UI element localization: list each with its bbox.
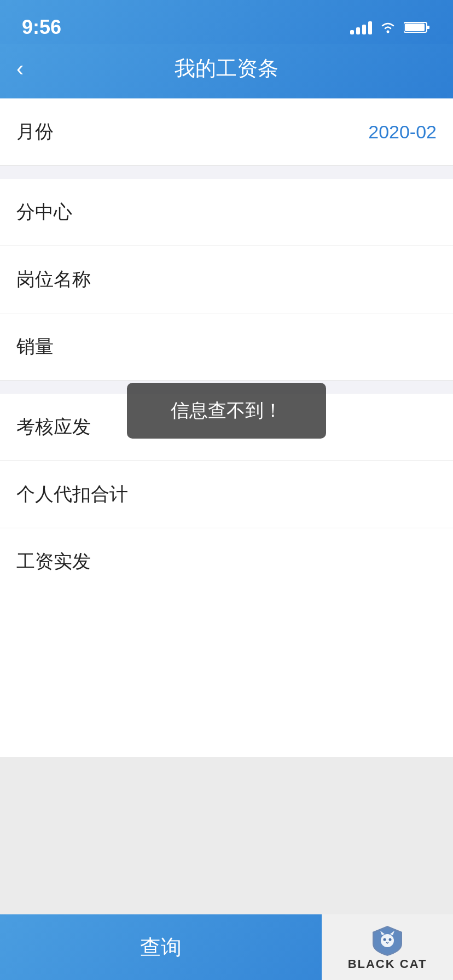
section-gap-2: [0, 381, 453, 394]
label-subcenter: 分中心: [16, 200, 72, 225]
row-position: 岗位名称: [0, 246, 453, 313]
label-deduction: 个人代扣合计: [16, 482, 128, 507]
black-cat-shield-icon: [368, 923, 406, 956]
battery-icon: [404, 21, 431, 34]
label-assessment: 考核应发: [16, 415, 91, 440]
content-area: 月份 2020-02 分中心 岗位名称 销量 考核应发 个人代扣合计 工资实发: [0, 98, 453, 757]
svg-point-8: [389, 938, 392, 941]
svg-rect-3: [405, 24, 425, 31]
signal-icon: [350, 20, 372, 34]
svg-rect-2: [427, 26, 429, 29]
row-subcenter: 分中心: [0, 179, 453, 246]
row-sales: 销量: [0, 313, 453, 381]
svg-point-4: [381, 934, 394, 947]
query-button-label: 查询: [140, 934, 182, 961]
svg-point-0: [387, 31, 390, 33]
row-month: 月份 2020-02: [0, 98, 453, 166]
query-button[interactable]: 查询: [0, 914, 322, 980]
page-wrapper: 9:56 ‹: [0, 0, 453, 980]
back-button[interactable]: ‹: [16, 56, 24, 81]
status-bar: 9:56: [0, 0, 453, 44]
status-icons: [350, 20, 431, 34]
svg-point-7: [384, 938, 386, 941]
label-month: 月份: [16, 119, 54, 144]
section-gap-1: [0, 166, 453, 179]
page-title: 我的工资条: [175, 55, 278, 83]
label-position: 岗位名称: [16, 267, 91, 292]
bottom-bar: 查询 BLACK CAT: [0, 914, 453, 980]
wifi-icon: [380, 21, 396, 33]
nav-bar: ‹ 我的工资条: [0, 44, 453, 98]
black-cat-bg: BLACK CAT: [322, 914, 453, 980]
row-assessment: 考核应发: [0, 394, 453, 461]
row-deduction: 个人代扣合计: [0, 461, 453, 528]
black-cat-label: BLACK CAT: [348, 957, 427, 971]
black-cat-section: BLACK CAT: [322, 914, 453, 980]
status-time: 9:56: [22, 16, 61, 39]
row-actual-salary: 工资实发: [0, 528, 453, 595]
value-month: 2020-02: [368, 121, 437, 143]
label-sales: 销量: [16, 334, 54, 359]
label-actual-salary: 工资实发: [16, 549, 91, 574]
